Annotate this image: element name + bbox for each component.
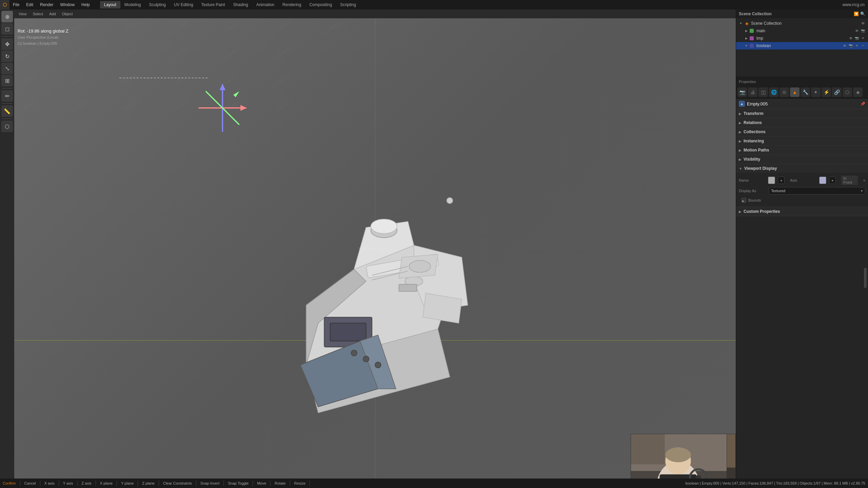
svg-marker-4 [240, 105, 246, 111]
object-name-field[interactable]: Empty.005 [747, 101, 859, 106]
tab-modeling[interactable]: Modeling [120, 1, 145, 8]
scroll-indicator[interactable] [864, 268, 867, 288]
viewport-display-header[interactable]: ▼ Viewport Display [736, 164, 868, 173]
menu-render[interactable]: Render [37, 1, 57, 8]
x-axis-btn[interactable]: X axis [44, 481, 55, 485]
main-eye-icon[interactable]: 👁 [854, 29, 859, 33]
prop-icon-object[interactable]: ▲ [790, 87, 800, 97]
outliner-row-main[interactable]: ▶ main 👁 📷 [736, 27, 868, 35]
custom-properties-header[interactable]: ▶ Custom Properties [736, 207, 868, 216]
collections-section-header[interactable]: ▶ Collections [736, 127, 868, 136]
prop-icon-physics[interactable]: ⚡ [822, 87, 831, 97]
y-axis-btn[interactable]: Y axis [63, 481, 73, 485]
scene-eye-icon[interactable]: 👁 [861, 21, 865, 25]
tmp-render-icon[interactable]: 📷 [854, 36, 859, 40]
snap-toggle-btn[interactable]: Snap Toggle [228, 481, 249, 485]
tab-texture-paint[interactable]: Texture Paint [197, 1, 229, 8]
vd-display-as-dropdown[interactable]: Textured ▾ [769, 187, 865, 195]
tab-animation[interactable]: Animation [252, 1, 278, 8]
viewport-3d-area[interactable]: 人人素材区 人人素材区 人人素材区 人人素材区 人人素材区 人人素材区 人人素材… [14, 18, 736, 479]
select-tool[interactable]: ◻ [1, 23, 13, 35]
cursor-tool[interactable]: ⊕ [1, 11, 13, 22]
tab-compositing[interactable]: Compositing [305, 1, 336, 8]
tab-layout[interactable]: Layout [100, 1, 120, 8]
prop-icon-modifiers[interactable]: 🔧 [801, 87, 810, 97]
instancing-section-header[interactable]: ▶ Instancing [736, 137, 868, 145]
y-plane-btn[interactable]: Y plane [121, 481, 134, 485]
svg-point-13 [363, 356, 369, 362]
z-plane-btn[interactable]: Z plane [142, 481, 155, 485]
tab-uv-editing[interactable]: UV Editing [170, 1, 197, 8]
outliner-row-tmp[interactable]: ▶ tmp 👁 📷 ✦ [736, 35, 868, 42]
menu-file[interactable]: File [9, 1, 23, 8]
prop-icon-render[interactable]: 📷 [737, 87, 747, 97]
tab-shading[interactable]: Shading [229, 1, 252, 8]
viewport-menu-object[interactable]: Object [60, 11, 75, 17]
x-plane-btn[interactable]: X plane [100, 481, 113, 485]
tab-rendering[interactable]: Rendering [278, 1, 305, 8]
outliner-header: Scene Collection 🔽 🔍 [736, 9, 868, 18]
scale-tool[interactable]: ⤡ [1, 63, 13, 74]
visibility-section-header[interactable]: ▶ Visibility [736, 155, 868, 164]
in-front-label[interactable]: In Front [841, 176, 858, 185]
menu-window[interactable]: Window [57, 1, 78, 8]
menu-help[interactable]: Help [78, 1, 93, 8]
vd-axis-color[interactable] [819, 177, 826, 184]
boolean-eye-icon[interactable]: 👁 [842, 44, 847, 48]
z-axis-btn[interactable]: Z axis [82, 481, 92, 485]
outliner-row-scene[interactable]: ▼ ◉ Scene Collection 👁 [736, 20, 868, 27]
prop-icon-particles[interactable]: ✦ [811, 87, 821, 97]
tmp-extra-icon[interactable]: ✦ [861, 36, 865, 40]
transform-section-header[interactable]: ▶ Transform [736, 109, 868, 118]
visibility-section: ▶ Visibility [736, 155, 868, 164]
3d-object-svg [14, 18, 736, 479]
snap-invert-btn[interactable]: Snap Invert [200, 481, 219, 485]
move-tool[interactable]: ✥ [1, 38, 13, 50]
boolean-extra-icon[interactable]: ✦ [854, 44, 859, 48]
tmp-eye-icon[interactable]: 👁 [848, 36, 853, 40]
add-cube-tool[interactable]: ⬡ [1, 121, 13, 132]
motion-paths-arrow: ▶ [739, 148, 742, 152]
extra-icon[interactable]: ≡ [863, 179, 865, 182]
vd-display-as-chevron: ▾ [861, 189, 863, 193]
viewport-3d[interactable]: View Select Add Object 人人素材区 人人素材区 人人素材区… [14, 9, 736, 479]
viewport-menu-view[interactable]: View [17, 11, 28, 17]
main-render-icon[interactable]: 📷 [861, 29, 865, 33]
outliner-filter-icon[interactable]: 🔽 [854, 12, 859, 16]
viewport-menu-select[interactable]: Select [31, 11, 45, 17]
prop-icon-constraints[interactable]: 🔗 [832, 87, 842, 97]
resize-btn[interactable]: Resize [294, 481, 306, 485]
cancel-button[interactable]: Cancel [24, 481, 36, 485]
menu-edit[interactable]: Edit [23, 1, 37, 8]
outliner-row-boolean[interactable]: ▼ boolean 👁 📷 ✦ ⚬ [736, 42, 868, 49]
object-name-pin[interactable]: 📌 [861, 102, 865, 106]
transform-tool[interactable]: ⊞ [1, 75, 13, 86]
bounds-checkbox[interactable]: ▶ [742, 198, 746, 203]
svg-point-19 [447, 198, 453, 204]
prop-icon-data[interactable]: ⬡ [843, 87, 852, 97]
prop-icon-output[interactable]: 🖨 [748, 87, 757, 97]
vd-axis-field[interactable]: ● [829, 177, 836, 184]
vd-name-color[interactable] [768, 177, 775, 184]
clear-constraints-btn[interactable]: Clear Constraints [163, 481, 192, 485]
move-btn[interactable]: Move [257, 481, 266, 485]
visibility-title: Visibility [744, 157, 760, 162]
prop-icon-world[interactable]: ⊙ [780, 87, 789, 97]
prop-icon-material[interactable]: ◈ [853, 87, 863, 97]
measure-tool[interactable]: 📏 [1, 105, 13, 117]
annotate-tool[interactable]: ✏ [1, 90, 13, 102]
outliner-search-icon[interactable]: 🔍 [860, 12, 865, 16]
boolean-render-icon[interactable]: 📷 [848, 44, 853, 48]
tab-scripting[interactable]: Scripting [336, 1, 360, 8]
confirm-button[interactable]: Confirm [3, 481, 16, 485]
rotate-btn[interactable]: Rotate [275, 481, 285, 485]
prop-icon-view-layer[interactable]: ◫ [758, 87, 768, 97]
prop-icon-scene[interactable]: 🌐 [769, 87, 778, 97]
boolean-extra2-icon[interactable]: ⚬ [861, 44, 865, 48]
motion-paths-section-header[interactable]: ▶ Motion Paths [736, 146, 868, 155]
rotate-tool[interactable]: ↻ [1, 50, 13, 62]
vd-name-field[interactable]: ● [778, 177, 785, 184]
viewport-menu-add[interactable]: Add [47, 11, 58, 17]
relations-section-header[interactable]: ▶ Relations [736, 118, 868, 127]
tab-sculpting[interactable]: Sculpting [145, 1, 170, 8]
